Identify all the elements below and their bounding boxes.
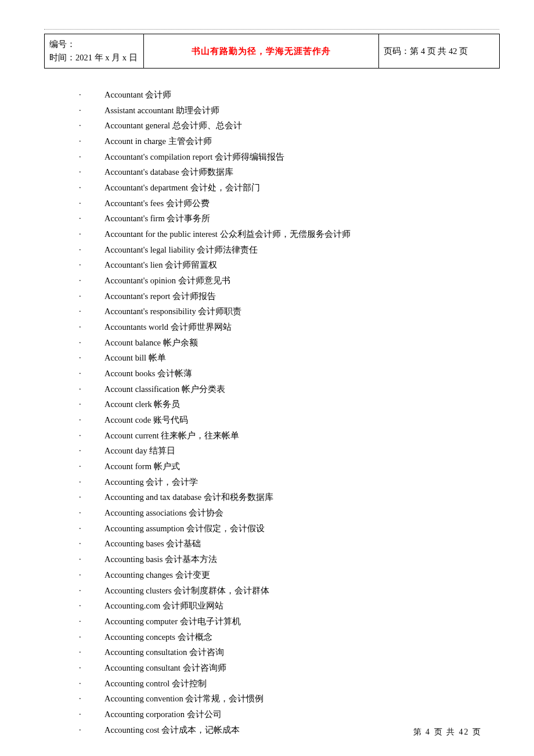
term-text: Accountant's compilation report 会计师得编辑报告 [104, 149, 500, 165]
term-row: ·Accountant's firm 会计事务所 [44, 211, 500, 226]
term-row: ·Account clerk 帐务员 [44, 397, 500, 412]
term-text: Accountant's fees 会计师公费 [104, 196, 500, 211]
bullet-icon: · [44, 443, 104, 459]
bullet-icon: · [44, 474, 104, 490]
bullet-icon: · [44, 707, 104, 722]
terms-list: ·Accountant 会计师·Assistant accountant 助理会… [44, 87, 500, 737]
bullet-icon: · [44, 645, 104, 660]
term-text: Accountants world 会计师世界网站 [104, 319, 500, 335]
term-row: ·Accountant's database 会计师数据库 [44, 164, 500, 180]
term-text: Accountant's report 会计师报告 [104, 289, 500, 304]
bullet-icon: · [44, 598, 104, 614]
term-row: ·Accounting associations 会计协会 [44, 505, 500, 521]
bullet-icon: · [44, 552, 104, 567]
term-row: ·Account balance 帐户余额 [44, 335, 500, 351]
bullet-icon: · [44, 660, 104, 676]
term-row: ·Accountant's report 会计师报告 [44, 289, 500, 304]
header-left-cell: 编号： 时间：2021 年 x 月 x 日 [45, 34, 144, 69]
term-text: Account balance 帐户余额 [104, 335, 500, 351]
bullet-icon: · [44, 196, 104, 211]
term-text: Accounting associations 会计协会 [104, 505, 500, 521]
term-row: ·Account classification 帐户分类表 [44, 381, 500, 397]
term-row: ·Accounting changes 会计变更 [44, 567, 500, 583]
bullet-icon: · [44, 459, 104, 474]
term-text: Accounting clusters 会计制度群体，会计群体 [104, 583, 500, 599]
bullet-icon: · [44, 366, 104, 381]
bullet-icon: · [44, 319, 104, 335]
term-text: Accountant 会计师 [104, 87, 500, 103]
term-text: Account bill 帐单 [104, 350, 500, 366]
term-row: ·Accounting 会计，会计学 [44, 474, 500, 490]
doc-date-label: 时间：2021 年 x 月 x 日 [49, 51, 139, 64]
term-row: ·Accountant's department 会计处，会计部门 [44, 180, 500, 196]
term-text: Accountant's opinion 会计师意见书 [104, 273, 500, 289]
bullet-icon: · [44, 273, 104, 289]
page-footer: 第 4 页 共 42 页 [413, 727, 482, 737]
header-top-rule [44, 29, 499, 30]
bullet-icon: · [44, 722, 104, 738]
term-row: ·Accountant's opinion 会计师意见书 [44, 273, 500, 289]
term-row: ·Assistant accountant 助理会计师 [44, 103, 500, 118]
bullet-icon: · [44, 381, 104, 397]
term-row: ·Accounting corporation 会计公司 [44, 707, 500, 722]
bullet-icon: · [44, 87, 104, 103]
bullet-icon: · [44, 289, 104, 304]
term-text: Accounting bases 会计基础 [104, 536, 500, 552]
term-row: ·Account form 帐户式 [44, 459, 500, 474]
term-row: ·Account current 往来帐户，往来帐单 [44, 428, 500, 444]
bullet-icon: · [44, 242, 104, 258]
term-row: ·Accounting convention 会计常规，会计惯例 [44, 691, 500, 707]
bullet-icon: · [44, 412, 104, 428]
term-text: Account books 会计帐薄 [104, 366, 500, 381]
term-text: Accounting and tax database 会计和税务数据库 [104, 489, 500, 505]
term-row: ·Accountant for the public interest 公众利益… [44, 226, 500, 242]
term-row: ·Accountant's lien 会计师留置权 [44, 257, 500, 273]
bullet-icon: · [44, 180, 104, 196]
term-text: Account code 账号代码 [104, 412, 500, 428]
term-text: Account form 帐户式 [104, 459, 500, 474]
header-center-cell: 书山有路勤为径，学海无涯苦作舟 [144, 34, 379, 69]
term-text: Accountant's legal liability 会计师法律责任 [104, 242, 500, 258]
bullet-icon: · [44, 676, 104, 692]
term-row: ·Accounting and tax database 会计和税务数据库 [44, 489, 500, 505]
bullet-icon: · [44, 629, 104, 645]
term-text: Accounting consultation 会计咨询 [104, 645, 500, 660]
term-row: ·Accounting clusters 会计制度群体，会计群体 [44, 583, 500, 599]
bullet-icon: · [44, 428, 104, 444]
term-row: ·Accountant 会计师 [44, 87, 500, 103]
term-text: Account in charge 主管会计师 [104, 134, 500, 149]
bullet-icon: · [44, 505, 104, 521]
bullet-icon: · [44, 103, 104, 118]
term-row: ·Accounting control 会计控制 [44, 676, 500, 692]
bullet-icon: · [44, 118, 104, 134]
term-row: ·Account books 会计帐薄 [44, 366, 500, 381]
term-row: ·Account code 账号代码 [44, 412, 500, 428]
term-row: ·Accounting consultant 会计咨询师 [44, 660, 500, 676]
term-row: ·Accountant's responsibility 会计师职责 [44, 304, 500, 319]
term-text: Accounting assumption 会计假定，会计假设 [104, 521, 500, 537]
term-text: Account current 往来帐户，往来帐单 [104, 428, 500, 444]
term-text: Assistant accountant 助理会计师 [104, 103, 500, 118]
term-row: ·Accountants world 会计师世界网站 [44, 319, 500, 335]
bullet-icon: · [44, 614, 104, 629]
term-row: ·Account day 结算日 [44, 443, 500, 459]
term-row: ·Accounting.com 会计师职业网站 [44, 598, 500, 614]
term-text: Accountant's lien 会计师留置权 [104, 257, 500, 273]
term-row: ·Accounting basis 会计基本方法 [44, 552, 500, 567]
term-row: ·Accounting concepts 会计概念 [44, 629, 500, 645]
page-header-table: 编号： 时间：2021 年 x 月 x 日 书山有路勤为径，学海无涯苦作舟 页码… [44, 34, 500, 69]
term-text: Accountant for the public interest 公众利益会… [104, 226, 500, 242]
term-text: Accounting consultant 会计咨询师 [104, 660, 500, 676]
bullet-icon: · [44, 691, 104, 707]
term-row: ·Account bill 帐单 [44, 350, 500, 366]
bullet-icon: · [44, 226, 104, 242]
term-text: Accounting corporation 会计公司 [104, 707, 500, 722]
term-text: Accountant general 总会计师、总会计 [104, 118, 500, 134]
bullet-icon: · [44, 489, 104, 505]
doc-id-label: 编号： [49, 38, 139, 51]
bullet-icon: · [44, 304, 104, 319]
bullet-icon: · [44, 350, 104, 366]
bullet-icon: · [44, 257, 104, 273]
term-row: ·Accounting assumption 会计假定，会计假设 [44, 521, 500, 537]
term-text: Accounting changes 会计变更 [104, 567, 500, 583]
